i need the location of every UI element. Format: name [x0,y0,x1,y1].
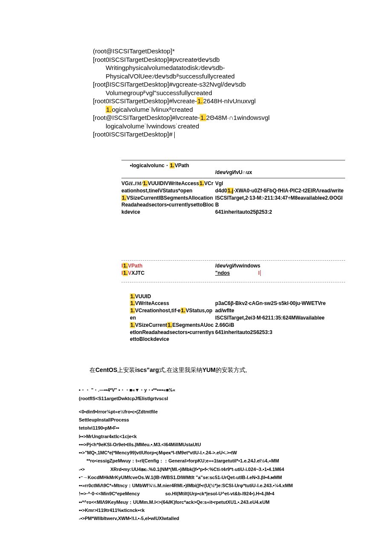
output-line: -•>XRrd•my:UU4ʙᴋ-.%0.1(NM*(MI.•)IMbk(|f•… [79,465,392,474]
highlight: 1. [130,322,135,328]
highlight: 1. [130,293,135,299]
text: PhysicalVOlUee:⁄dev⁄sdb [106,73,176,80]
terminal-line: [root0ISCSITargetDesktop]#lvcreate-1.264… [93,97,392,105]
text: 上安装 [117,366,135,373]
highlight: 1. [123,263,128,269]
text: ogicalvolume˙lvlinuxᵝcreated [112,106,193,113]
text: /dev⁄vgИvU∩ux [215,169,252,175]
highlight: 1. [181,308,186,314]
yum-output-block: •・・ "・.—••4*V" •・・■«▼・y・•**••••«■⅜« (roo… [79,386,392,523]
text: VUUIDIVWriteAccess [148,180,199,186]
cell: Vgl d4d01.j·XWA0-u0Zf·6FbQ·fHIA·PIC2-t2E… [215,180,345,195]
text: d4d0 [215,188,227,194]
highlight: 1. [167,322,172,328]
table-row: VGH.JM/1.VUUIDIVWriteAccess1.VCreationho… [121,180,345,195]
text: ᵝvgl"successfullycreated [143,89,212,96]
output-line: •⁻→KocdMHkMrKyUMfcveOs.W.1(IB·/WBS1.DIWM… [79,474,392,482]
highlight: 1. [199,180,204,186]
cell: I1.VXJTC [121,270,215,277]
text: ISCSITarget,2ei3·M·6211:35:624MWavailabl… [215,315,325,321]
text: VCreationhost,tif·e [135,308,181,314]
output-line: I••>MrUngtrar4κtIc<1c|e<k [79,433,392,441]
text: 2648H-nIvUnuxvgl [203,97,256,105]
text: 式,在这里我采纳 [159,366,202,373]
highlight: 1. [170,163,175,169]
output-line: SettleupInstallProcess [79,416,392,424]
output-line: ••>Kmr>l119tr411%κticnck•<k [79,506,392,514]
text: VWriteAccess [135,300,169,306]
text: [root0ISCSITargetDesktop]# [93,131,173,138]
text: ·XWA0-u0Zf·6FbQ·fHIA·PIC2-t2EIRΛread/wri… [233,188,343,194]
output-line: **ro<essigZpeMwuy：t«rl(Cenfig：：General>f… [79,457,392,465]
terminal-line: [root0ISCSITargetDesktop]#pvcreate⁄dev⁄s… [93,55,392,64]
text: VSizeCurrentIBSegmentsAllocationReadahea… [121,195,214,215]
table-row: 1.VUUID 1.VWriteAccess 1.VCreationhost,t… [130,293,328,343]
cell: p3aC6β-Bkv2·cAGn·sw2S·s5kI·00ju·WWETVrea… [215,293,328,343]
text: 的安装方式, [216,366,247,373]
text: 在 [89,366,95,373]
lv-details-block: 1.VUUID 1.VWriteAccess 1.VCreationhost,t… [130,293,328,343]
table-row: I1.VPath /dev⁄vgИvwindows [121,262,345,270]
output-line: •••>Pj<h*9eKSI-Or9et•tlls.|MMeu.•.M3.<I6… [79,441,392,449]
cell: 1.VSizeCurrentIBSegmentsAllocationReadah… [121,195,215,216]
terminal-line: Writingphysicalvolumedatatodisk:⁄dev⁄sdb… [93,64,392,72]
text: XRrd•my:UU4ʙᴋ-.%0.1(NM*(MI.•)IMbk(|f•*p•… [110,467,284,472]
cell: "ndos I [215,270,345,277]
terminal-output: (root@ISCSITargetDesktop]* [root0ISCSITa… [93,47,392,139]
text: H.JM/ [129,180,142,186]
output-line: •・・ "・.—••4*V" •・・■«▼・y・•**••••«■⅜« [79,386,392,394]
text: iscs"arg [135,366,159,373]
text: VPath [128,263,142,269]
cell: ISCSITarget,2·13-M:-211:34:47÷M8eavailab… [215,195,345,216]
text: [root@ISCSITargetDesktop]#lvcreate- [93,114,200,121]
text: 2Θ48M·∩1windowsvgl [206,114,270,121]
cursor-icon: I [257,270,261,276]
cell: 1.VUUID 1.VWriteAccess 1.VCreationhost,t… [130,293,215,343]
highlight: 1. [143,180,148,186]
output-line: !••>∙^·0·<<Min9C*epeMencyso.HI(Mtilt)Urp… [79,490,392,498]
terminal-line: logicalvolume˙lvwindows˙created [93,122,392,131]
text: VPath [175,163,189,169]
output-line: ••»rr0ctMiΛ9C*«Mtncy：UMbWf¾½.M.nier4RMI.… [79,482,392,490]
terminal-line: PhysicalVOlUee:⁄dev⁄sdbᵝsuccessfullycrea… [93,72,392,81]
output-line: ••>"MQ•,1MC*e|*Mency99)vtIUforp•çMφeκ*I-… [79,449,392,457]
highlight: 1.j [227,188,233,194]
output-line: (rootfIS<S11argetDwktcpJfElistIgrtvscsI [79,395,392,403]
output-line: <0•din9•Irror¾pt«e½fro•c•(Zdtmtfile [79,408,392,416]
text: p3aC6β-Bkv2·cAGn·sw2S·s5kI·00ju·WWETVrea… [215,300,326,314]
text: VG [121,180,129,186]
text: XJTC [131,270,144,276]
highlight: 1. [106,106,112,113]
text: !••>∙^·0·<<Min9C*epeMency [79,491,140,496]
cursor-icon [174,132,175,138]
text: CentOS [95,366,117,373]
text: ᵝsuccessfullycreated [176,73,235,80]
text: -•> [79,467,85,472]
cell: /dev⁄vgИvU∩ux [215,162,345,177]
output-line: ••*^ro<<MIΛ9KeyMeuy：UUMm.M.I<>(64∂K)forc… [79,498,392,506]
text: Vgl [215,180,223,186]
text: Volumegroup [106,89,143,96]
terminal-line: 1.ogicalvolume˙lvlinuxᵝcreated [93,105,392,114]
cell: •logicalvolunc・1.VPath [121,162,215,177]
terminal-line: (root@ISCSITargetDesktop]* [93,47,392,55]
text: 641inheritauto25β253:2 [215,209,272,215]
highlight: 1. [130,308,135,314]
cell: /dev⁄vgИvwindows [215,262,345,270]
text: YUM [202,366,216,373]
cell: VGH.JM/1.VUUIDIVWriteAccess1.VCreationho… [121,180,215,195]
text: •logicalvolunc・ [130,163,170,169]
highlight: 1. [200,114,206,121]
cell: I1.VPath [121,262,215,270]
highlight: 1. [130,300,135,306]
terminal-line: Volumegroupᵝvgl"successfullycreated [93,89,392,97]
output-line: -•>PM*WIlbItwerv,XWM•!I.I.•-5,eI•wIUXIwt… [79,514,392,523]
terminal-line: [root0ISCSITargetDesktop]# [93,130,392,139]
terminal-line: [root@ISCSITargetDesktop]#lvcreate-1.2Θ4… [93,113,392,122]
text: ISCSITarget,2·13-M:-211:34:47÷M8eavailab… [215,195,343,208]
lv-info-table-2: I1.VPath /dev⁄vgИvwindows I1.VXJTC "ndos… [121,260,345,282]
instruction-text: 在CentOS上安装iscs"arg式,在这里我采纳YUM的安装方式, [89,366,392,374]
terminal-line: [rootβISCSITargetDesktop]#vgcreate-s32Nv… [93,80,392,89]
highlight: 1. [121,195,127,201]
text: so.HI(Mtilt)Urp•ck*|esol-U^et-vt&b-I924•… [165,491,274,496]
